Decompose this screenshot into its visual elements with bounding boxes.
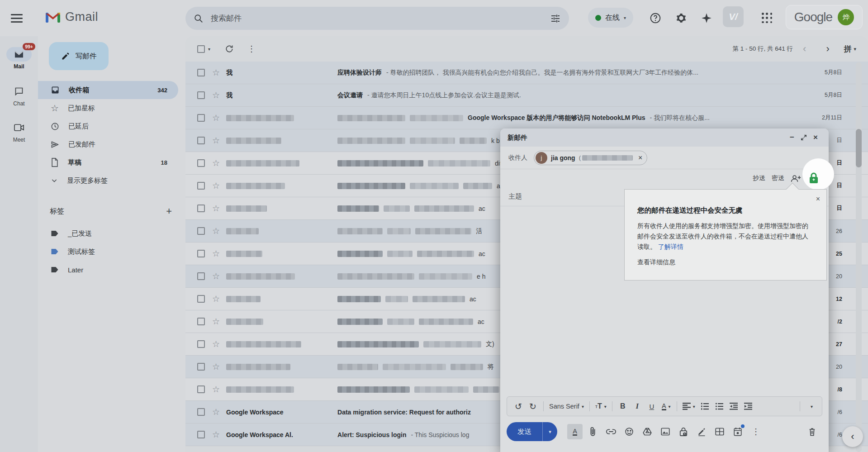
extension-badge[interactable]: V/ bbox=[723, 6, 744, 27]
compose-header[interactable]: 新邮件 − × bbox=[500, 128, 829, 147]
row-checkbox[interactable] bbox=[197, 69, 205, 76]
gemini-sparkle-icon[interactable] bbox=[700, 12, 713, 24]
row-checkbox[interactable] bbox=[197, 182, 205, 190]
star-icon[interactable]: ☆ bbox=[212, 429, 220, 440]
confidential-mode-icon[interactable] bbox=[676, 424, 691, 439]
row-checkbox[interactable] bbox=[197, 250, 205, 257]
redo-icon[interactable]: ↻ bbox=[526, 399, 540, 414]
star-icon[interactable]: ☆ bbox=[212, 158, 220, 168]
rail-item-meet[interactable]: Meet bbox=[0, 120, 38, 143]
table-layout-icon[interactable] bbox=[712, 424, 727, 439]
star-icon[interactable]: ☆ bbox=[212, 407, 220, 417]
star-icon[interactable]: ☆ bbox=[212, 294, 220, 304]
insert-signature-icon[interactable] bbox=[694, 424, 709, 439]
select-all-checkbox[interactable] bbox=[197, 45, 205, 53]
input-tools-button[interactable]: 拼 ▾ bbox=[844, 44, 856, 54]
indent-increase-button[interactable] bbox=[741, 399, 755, 414]
row-checkbox[interactable] bbox=[197, 431, 205, 438]
font-family-selector[interactable]: Sans Serif▾ bbox=[547, 399, 586, 414]
send-label[interactable]: 发送 bbox=[507, 422, 542, 441]
italic-button[interactable]: I bbox=[631, 399, 644, 414]
insert-photo-icon[interactable] bbox=[658, 424, 673, 439]
row-checkbox[interactable] bbox=[197, 318, 205, 325]
star-icon[interactable]: ☆ bbox=[212, 113, 220, 123]
search-bar[interactable]: 搜索邮件 bbox=[185, 7, 569, 30]
row-checkbox[interactable] bbox=[197, 91, 205, 99]
row-checkbox[interactable] bbox=[197, 363, 205, 371]
star-icon[interactable]: ☆ bbox=[212, 362, 220, 372]
tooltip-close-icon[interactable]: × bbox=[816, 195, 820, 203]
row-checkbox[interactable] bbox=[197, 295, 205, 303]
collapse-side-panel-button[interactable]: ‹ bbox=[842, 426, 863, 447]
google-apps-grid-icon[interactable] bbox=[762, 13, 773, 24]
rail-item-chat[interactable]: Chat bbox=[0, 84, 38, 107]
more-options-icon[interactable]: ⋮ bbox=[748, 424, 764, 439]
more-formatting-icon[interactable]: ▾ bbox=[804, 399, 817, 414]
sidebar-label-sent-custom[interactable]: _已发送 bbox=[38, 224, 178, 243]
row-checkbox[interactable] bbox=[197, 159, 205, 167]
gmail-logo[interactable]: Gmail bbox=[45, 10, 98, 24]
profile-chip[interactable]: Google 烨 bbox=[786, 5, 863, 29]
recipient-row[interactable]: 收件人 j jia gong ( × bbox=[500, 147, 829, 169]
insert-emoji-icon[interactable] bbox=[621, 424, 637, 439]
discard-draft-icon[interactable] bbox=[804, 424, 820, 439]
star-icon[interactable]: ☆ bbox=[212, 203, 220, 214]
text-color-button[interactable]: A▾ bbox=[659, 399, 673, 414]
add-label-button[interactable]: + bbox=[166, 205, 172, 217]
encryption-lock-icon[interactable] bbox=[808, 172, 820, 184]
numbered-list-button[interactable] bbox=[698, 399, 711, 414]
insert-drive-icon[interactable] bbox=[640, 424, 655, 439]
bold-button[interactable]: B bbox=[616, 399, 630, 414]
minimize-icon[interactable]: − bbox=[786, 132, 798, 143]
row-checkbox[interactable] bbox=[197, 408, 205, 416]
row-checkbox[interactable] bbox=[197, 137, 205, 144]
sidebar-item-drafts[interactable]: 草稿 18 bbox=[38, 153, 178, 171]
email-row[interactable]: ☆我应聘体验设计师 - 尊敬的招聘团队， 我很高兴能有机会向您介绍我自己。我是一… bbox=[185, 62, 868, 84]
star-icon[interactable]: ☆ bbox=[212, 226, 220, 236]
remove-recipient-icon[interactable]: × bbox=[638, 154, 642, 162]
bulleted-list-button[interactable] bbox=[712, 399, 726, 414]
scrollbar-thumb[interactable] bbox=[856, 129, 862, 167]
sidebar-item-snoozed[interactable]: 已延后 bbox=[38, 117, 178, 135]
insert-link-icon[interactable] bbox=[603, 424, 619, 439]
select-dropdown-icon[interactable]: ▾ bbox=[208, 47, 210, 52]
star-icon[interactable]: ☆ bbox=[212, 90, 220, 100]
more-options-icon[interactable]: ⋮ bbox=[247, 44, 256, 54]
older-page-button[interactable]: › bbox=[816, 43, 839, 55]
star-icon[interactable]: ☆ bbox=[212, 67, 220, 78]
account-avatar[interactable]: 烨 bbox=[838, 9, 854, 25]
send-button[interactable]: 发送 ▾ bbox=[507, 422, 557, 441]
newer-page-button[interactable]: ‹ bbox=[793, 43, 816, 55]
formatting-options-button[interactable]: A bbox=[567, 424, 583, 439]
add-contacts-icon[interactable] bbox=[791, 174, 802, 182]
sidebar-item-sent[interactable]: 已发邮件 bbox=[38, 135, 178, 153]
star-icon[interactable]: ☆ bbox=[212, 248, 220, 259]
cc-link[interactable]: 抄送 bbox=[753, 174, 765, 182]
row-checkbox[interactable] bbox=[197, 205, 205, 212]
settings-gear-icon[interactable] bbox=[675, 12, 688, 24]
schedule-meeting-icon[interactable] bbox=[730, 424, 745, 439]
search-filter-icon[interactable] bbox=[550, 13, 561, 24]
attach-file-icon[interactable] bbox=[585, 424, 601, 439]
scrollbar-track[interactable] bbox=[856, 62, 862, 452]
text-size-selector[interactable]: тT▾ bbox=[593, 399, 608, 414]
hamburger-menu-icon[interactable] bbox=[11, 12, 23, 22]
help-icon[interactable] bbox=[649, 12, 662, 24]
learn-more-link[interactable]: 了解详情 bbox=[658, 243, 683, 250]
sidebar-item-starred[interactable]: ☆ 已加星标 bbox=[38, 99, 178, 117]
send-options-icon[interactable]: ▾ bbox=[543, 422, 557, 441]
close-icon[interactable]: × bbox=[810, 132, 821, 143]
popout-icon[interactable] bbox=[798, 132, 810, 143]
sidebar-label-test[interactable]: 测试标签 bbox=[38, 243, 178, 261]
star-icon[interactable]: ☆ bbox=[212, 316, 220, 327]
row-checkbox[interactable] bbox=[197, 227, 205, 235]
star-icon[interactable]: ☆ bbox=[212, 384, 220, 395]
align-button[interactable]: ▾ bbox=[681, 399, 697, 414]
star-icon[interactable]: ☆ bbox=[212, 135, 220, 146]
star-icon[interactable]: ☆ bbox=[212, 271, 220, 281]
sidebar-item-inbox[interactable]: 收件箱 342 bbox=[38, 81, 178, 99]
recipient-chip[interactable]: j jia gong ( × bbox=[534, 151, 647, 165]
sidebar-label-later[interactable]: Later bbox=[38, 261, 178, 279]
bcc-link[interactable]: 密送 bbox=[772, 174, 784, 182]
email-row[interactable]: ☆Google Workspace 版本的用户将能够访问 NotebookLM … bbox=[185, 107, 868, 129]
